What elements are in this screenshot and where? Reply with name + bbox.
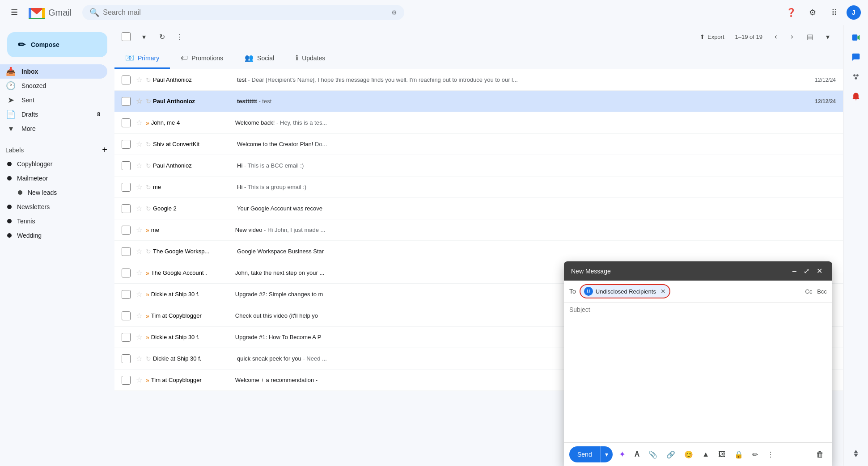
row-checkbox[interactable] xyxy=(122,269,131,277)
sidebar-item-mailmeteor[interactable]: Mailmeteor xyxy=(0,171,107,185)
meet-icon[interactable] xyxy=(847,29,865,46)
sidebar-item-tennis[interactable]: Tennis xyxy=(0,214,107,228)
compose-header[interactable]: New Message – ⤢ ✕ xyxy=(564,261,832,281)
compose-button[interactable]: ✏ Compose xyxy=(7,32,107,57)
row-checkbox[interactable] xyxy=(122,290,131,299)
table-row[interactable]: ☆ ↻ me Hi - This is a group email :) xyxy=(114,176,843,198)
tab-promotions[interactable]: 🏷 Promotions xyxy=(170,48,234,69)
remove-recipient-button[interactable]: ✕ xyxy=(661,288,666,295)
star-icon[interactable]: ☆ xyxy=(136,333,142,341)
star-icon[interactable]: ☆ xyxy=(136,76,142,84)
refresh-button[interactable]: ↻ xyxy=(154,29,170,45)
hamburger-menu[interactable]: ☰ xyxy=(7,4,21,21)
sidebar-item-more[interactable]: ▾ More xyxy=(0,122,107,136)
row-checkbox[interactable] xyxy=(122,183,131,192)
compose-close-button[interactable]: ✕ xyxy=(814,266,825,276)
star-icon[interactable]: ☆ xyxy=(136,118,142,127)
table-row[interactable]: ☆ ↻ Shiv at ConvertKit Welcome to the Cr… xyxy=(114,134,843,155)
send-button[interactable]: Send ▾ xyxy=(569,446,613,462)
spaces-icon[interactable] xyxy=(847,68,865,86)
sidebar-item-sent[interactable]: ➤ Sent xyxy=(0,93,107,107)
more-options-btn[interactable]: ⋮ xyxy=(764,448,777,462)
star-icon[interactable]: ☆ xyxy=(136,290,142,298)
table-row[interactable]: ☆ ↻ Paul Anthonioz test - Dear [Recipien… xyxy=(114,69,843,91)
row-checkbox[interactable] xyxy=(122,76,131,84)
next-page-button[interactable]: › xyxy=(784,29,800,45)
star-icon[interactable]: ☆ xyxy=(136,226,142,234)
star-icon[interactable]: ☆ xyxy=(136,269,142,277)
settings-button[interactable]: ⚙ xyxy=(804,4,821,21)
table-row[interactable]: ☆ ↻ Paul Anthonioz testttttt - test 12/1… xyxy=(114,91,843,112)
row-checkbox[interactable] xyxy=(122,333,131,342)
insert-link-button[interactable]: 🔗 xyxy=(664,448,678,462)
sidebar-item-newsletters[interactable]: Newsletters xyxy=(0,200,107,214)
row-checkbox[interactable] xyxy=(122,376,131,385)
compose-subject-input[interactable] xyxy=(569,306,827,313)
tab-primary[interactable]: 📧 Primary xyxy=(114,48,170,69)
chat-icon[interactable] xyxy=(847,48,865,66)
sidebar-item-new-leads[interactable]: New leads xyxy=(0,185,107,200)
star-icon[interactable]: ☆ xyxy=(136,376,142,384)
row-checkbox[interactable] xyxy=(122,204,131,213)
row-checkbox[interactable] xyxy=(122,311,131,320)
sidebar-item-snoozed[interactable]: 🕐 Snoozed xyxy=(0,79,107,93)
tab-updates[interactable]: ℹ Updates xyxy=(285,48,336,69)
star-icon[interactable]: ☆ xyxy=(136,311,142,320)
delete-draft-button[interactable]: 🗑 xyxy=(813,447,827,462)
table-row[interactable]: ☆ » John, me 4 Welcome back! - Hey, this… xyxy=(114,112,843,134)
emoji-button[interactable]: 😊 xyxy=(682,448,696,462)
avatar[interactable]: J xyxy=(847,5,861,20)
row-checkbox[interactable] xyxy=(122,247,131,256)
dropdown-arrow-button[interactable]: ▾ xyxy=(136,29,152,45)
format-text-button[interactable]: A xyxy=(632,448,643,461)
help-button[interactable]: ❓ xyxy=(782,4,800,21)
compose-body[interactable] xyxy=(564,317,832,442)
row-checkbox[interactable] xyxy=(122,354,131,363)
compose-minimize-button[interactable]: – xyxy=(790,266,799,276)
lock-button[interactable]: 🔒 xyxy=(732,448,746,462)
compose-expand-button[interactable]: ⤢ xyxy=(801,266,812,276)
search-filter-icon[interactable]: ⚙ xyxy=(391,9,397,16)
star-icon[interactable]: ☆ xyxy=(136,183,142,191)
photo-button[interactable]: 🖼 xyxy=(716,448,728,461)
apps-button[interactable]: ⠿ xyxy=(825,4,843,21)
ai-assist-button[interactable]: ✦ xyxy=(616,447,628,462)
sender-name: John, me 4 xyxy=(151,119,232,126)
view-dropdown-button[interactable]: ▾ xyxy=(820,29,836,45)
expand-icon[interactable] xyxy=(847,445,865,462)
sidebar-item-drafts[interactable]: 📄 Drafts 8 xyxy=(0,107,107,122)
row-checkbox[interactable] xyxy=(122,97,131,106)
row-checkbox[interactable] xyxy=(122,226,131,235)
signature-button[interactable]: ✏ xyxy=(749,448,761,462)
star-icon[interactable]: ☆ xyxy=(136,204,142,213)
attach-file-button[interactable]: 📎 xyxy=(646,448,660,462)
table-row[interactable]: ☆ ↻ Google 2 Your Google Account was rec… xyxy=(114,198,843,219)
compose-recipient[interactable]: U Undisclosed Recipients ✕ xyxy=(580,284,670,298)
drive-button[interactable]: ▲ xyxy=(699,448,712,461)
star-icon[interactable]: ☆ xyxy=(136,247,142,256)
table-row[interactable]: ☆ ↻ Paul Anthonioz Hi - This is a BCC em… xyxy=(114,155,843,176)
star-icon[interactable]: ☆ xyxy=(136,354,142,363)
more-options-button[interactable]: ⋮ xyxy=(172,29,188,45)
view-options-button[interactable]: ▤ xyxy=(802,29,818,45)
table-row[interactable]: ☆ » me New video - Hi John, I just made … xyxy=(114,219,843,241)
row-checkbox[interactable] xyxy=(122,140,131,149)
tab-social[interactable]: 👥 Social xyxy=(234,48,285,69)
send-dropdown-arrow[interactable]: ▾ xyxy=(600,446,613,462)
select-all-checkbox[interactable] xyxy=(122,32,131,41)
star-icon[interactable]: ☆ xyxy=(136,140,142,148)
star-icon[interactable]: ☆ xyxy=(136,97,142,105)
compose-cc-bcc[interactable]: Cc Bcc xyxy=(805,288,827,295)
star-icon[interactable]: ☆ xyxy=(136,161,142,170)
notifications-icon[interactable] xyxy=(847,88,865,105)
prev-page-button[interactable]: ‹ xyxy=(768,29,784,45)
sidebar-item-inbox[interactable]: 📥 Inbox xyxy=(0,64,107,79)
row-checkbox[interactable] xyxy=(122,118,131,127)
search-input[interactable] xyxy=(103,8,388,17)
table-row[interactable]: ☆ ↻ The Google Worksp... Google Workspac… xyxy=(114,241,843,262)
export-button[interactable]: ⬆ Export xyxy=(694,31,730,43)
add-label-button[interactable]: + xyxy=(102,145,107,155)
row-checkbox[interactable] xyxy=(122,161,131,170)
sidebar-item-copyblogger[interactable]: Copyblogger xyxy=(0,157,107,171)
sidebar-item-wedding[interactable]: Wedding xyxy=(0,228,107,243)
